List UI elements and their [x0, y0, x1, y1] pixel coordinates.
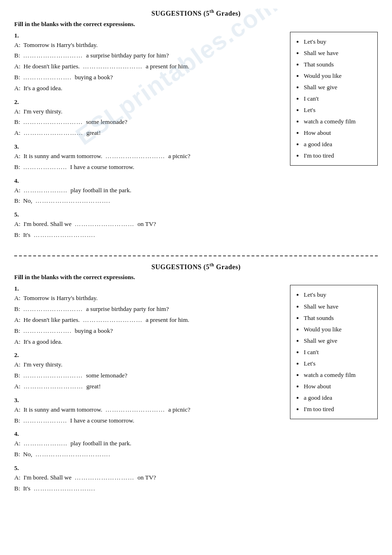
- exercise-num-1-3: 3.: [14, 143, 285, 151]
- title-end-2: Grades): [214, 263, 241, 270]
- word-item: I'm too tired: [304, 150, 371, 161]
- word-item: Let's buy: [304, 289, 371, 301]
- word-item: Shall we give: [304, 335, 371, 347]
- word-item: Shall we have: [304, 47, 371, 59]
- line: A: ……………………… great!: [14, 128, 285, 138]
- worksheet-1: ESLprintables.com SUGGESTIONS (5th Grade…: [14, 9, 378, 250]
- word-box-2: Let's buy Shall we have That sounds Woul…: [290, 285, 378, 419]
- worksheet-content-2: SUGGESTIONS (5th Grades) Fill in the bla…: [14, 262, 378, 503]
- exercise-num-1-5: 5.: [14, 211, 285, 218]
- exercise-2-4: 4. A: ……………….. play football in the park…: [14, 430, 285, 460]
- line: B: …………………. buying a book?: [14, 73, 285, 83]
- title-sup-2: th: [209, 262, 214, 267]
- word-item: Let's: [304, 104, 371, 116]
- exercise-num-1-1: 1.: [14, 32, 285, 39]
- instruction-1: Fill in the blanks with the correct expr…: [14, 20, 378, 28]
- exercise-1-4: 4. A: ……………….. play football in the park…: [14, 177, 285, 207]
- worksheet-title-1: SUGGESTIONS (5th Grades): [14, 9, 378, 18]
- divider: [14, 255, 378, 256]
- line: A: He doesn't like parties. ……………………… a …: [14, 62, 285, 72]
- line: A: Tomorrow is Harry's birthday.: [14, 40, 285, 50]
- word-item: How about: [304, 381, 371, 392]
- title-sup-1: th: [209, 9, 214, 14]
- word-item: I can't: [304, 93, 371, 104]
- exercise-1-5: 5. A: I'm bored. Shall we ……………………… on T…: [14, 211, 285, 240]
- exercise-num-1-2: 2.: [14, 98, 285, 106]
- worksheet-title-2: SUGGESTIONS (5th Grades): [14, 262, 378, 271]
- instruction-2: Fill in the blanks with the correct expr…: [14, 273, 378, 281]
- line: B: ……………….. I have a course tomorrow.: [14, 416, 285, 426]
- exercise-2-2: 2. A: I'm very thirsty. B: ……………………… som…: [14, 351, 285, 391]
- line: B: …………………. buying a book?: [14, 326, 285, 336]
- line: A: It is sunny and warm tomorrow. …………………: [14, 405, 285, 415]
- title-text-1: SUGGESTIONS (5: [151, 10, 210, 17]
- word-list-1: Let's buy Shall we have That sounds Woul…: [295, 36, 371, 162]
- exercise-1-2: 2. A: I'm very thirsty. B: ……………………… som…: [14, 98, 285, 138]
- word-item: How about: [304, 127, 371, 139]
- word-item: Would you like: [304, 70, 371, 82]
- exercise-num-2-3: 3.: [14, 396, 285, 404]
- word-item: I'm too tired: [304, 404, 371, 415]
- word-item: Shall we give: [304, 82, 371, 93]
- line: B: It's ……………………….: [14, 484, 285, 494]
- line: A: He doesn't like parties. ……………………… a …: [14, 315, 285, 325]
- line: B: ……………………… a surprise birthday party f…: [14, 304, 285, 314]
- worksheet-content-1: SUGGESTIONS (5th Grades) Fill in the bla…: [14, 9, 378, 250]
- exercise-1-1: 1. A: Tomorrow is Harry's birthday. B: ……: [14, 32, 285, 94]
- exercise-num-2-2: 2.: [14, 351, 285, 359]
- exercises-1: 1. A: Tomorrow is Harry's birthday. B: ……: [14, 32, 285, 245]
- exercise-num-1-4: 4.: [14, 177, 285, 185]
- line: A: ……………….. play football in the park.: [14, 186, 285, 196]
- line: A: It's a good idea.: [14, 84, 285, 94]
- exercise-num-2-5: 5.: [14, 464, 285, 472]
- word-item: a good idea: [304, 392, 371, 404]
- word-item: watch a comedy film: [304, 116, 371, 127]
- title-text-2: SUGGESTIONS (5: [151, 263, 210, 270]
- word-item: That sounds: [304, 59, 371, 70]
- content-row-2: 1. A: Tomorrow is Harry's birthday. B: ……: [14, 285, 378, 498]
- line: B: ……………………… a surprise birthday party f…: [14, 51, 285, 61]
- exercise-2-1: 1. A: Tomorrow is Harry's birthday. B: ……: [14, 285, 285, 347]
- line: A: It's a good idea.: [14, 337, 285, 347]
- word-item: Let's: [304, 358, 371, 369]
- line: A: I'm very thirsty.: [14, 107, 285, 117]
- line: B: ……………………… some lemonade?: [14, 371, 285, 381]
- line: A: Tomorrow is Harry's birthday.: [14, 293, 285, 303]
- page: ESLprintables.com SUGGESTIONS (5th Grade…: [0, 0, 392, 508]
- exercise-2-5: 5. A: I'm bored. Shall we ……………………… on T…: [14, 464, 285, 494]
- line: B: ……………………… some lemonade?: [14, 117, 285, 127]
- exercise-1-3: 3. A: It is sunny and warm tomorrow. …………: [14, 143, 285, 172]
- content-row-1: 1. A: Tomorrow is Harry's birthday. B: ……: [14, 32, 378, 245]
- line: A: ……………………… great!: [14, 382, 285, 392]
- word-item: Let's buy: [304, 36, 371, 47]
- line: B: It's ……………………….: [14, 230, 285, 240]
- line: B: ……………….. I have a course tomorrow.: [14, 162, 285, 172]
- line: A: ……………….. play football in the park.: [14, 439, 285, 449]
- word-list-2: Let's buy Shall we have That sounds Woul…: [295, 289, 371, 415]
- word-item: Shall we have: [304, 301, 371, 312]
- word-item: I can't: [304, 347, 371, 358]
- word-item: a good idea: [304, 139, 371, 150]
- word-box-1: Let's buy Shall we have That sounds Woul…: [290, 32, 378, 166]
- word-item: watch a comedy film: [304, 369, 371, 381]
- title-end-1: Grades): [214, 10, 241, 17]
- exercise-num-2-4: 4.: [14, 430, 285, 438]
- line: A: It is sunny and warm tomorrow. …………………: [14, 151, 285, 161]
- line: A: I'm bored. Shall we ……………………… on TV?: [14, 473, 285, 483]
- exercise-2-3: 3. A: It is sunny and warm tomorrow. …………: [14, 396, 285, 426]
- word-item: That sounds: [304, 312, 371, 324]
- line: B: No, …………………………….: [14, 450, 285, 460]
- exercises-2: 1. A: Tomorrow is Harry's birthday. B: ……: [14, 285, 285, 498]
- exercise-num-2-1: 1.: [14, 285, 285, 292]
- line: B: No, …………………………….: [14, 196, 285, 206]
- worksheet-2: ESLprintables.com SUGGESTIONS (5th Grade…: [14, 262, 378, 503]
- line: A: I'm bored. Shall we ……………………… on TV?: [14, 219, 285, 229]
- line: A: I'm very thirsty.: [14, 360, 285, 370]
- word-item: Would you like: [304, 324, 371, 335]
